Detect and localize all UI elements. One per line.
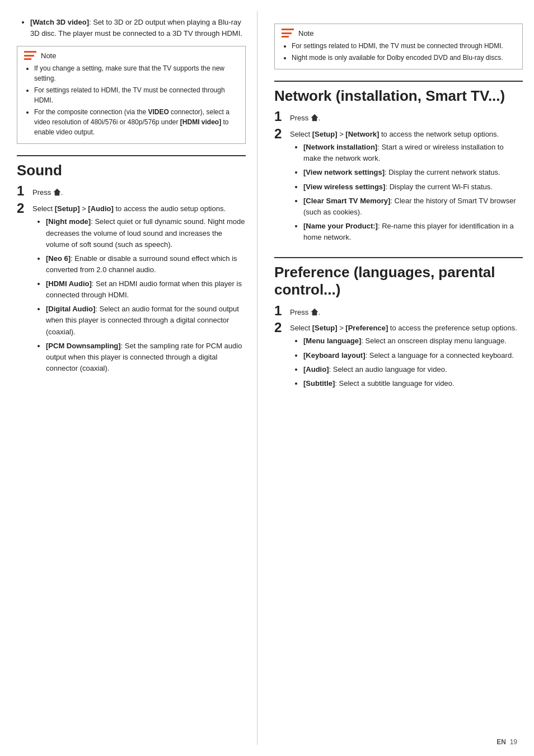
- menu-language-item: [Menu language]: Select an onscreen disp…: [303, 335, 517, 347]
- keyboard-layout-item: [Keyboard layout]: Select a language for…: [303, 350, 517, 361]
- view-wireless-item: [View wireless settings]: Display the cu…: [303, 181, 523, 193]
- home-icon-preference: [311, 308, 318, 316]
- note-item-1-3: For the composite connection (via the VI…: [34, 107, 238, 137]
- preference-step-1-press: Press: [290, 308, 308, 316]
- hdmi-video-bold: [HDMI video]: [180, 118, 221, 126]
- network-step-2-num: 2: [274, 127, 290, 141]
- note-box-2: Note For settings related to HDMI, the T…: [274, 24, 523, 69]
- network-installation-item: [Network installation]: Start a wired or…: [303, 142, 523, 164]
- en-label: EN: [496, 738, 506, 746]
- pcm-item: [PCM Downsampling]: Set the sampling rat…: [46, 340, 246, 374]
- preference-setup-bold: [Setup]: [312, 324, 338, 332]
- audio-bold: [Audio]: [303, 365, 329, 374]
- digital-audio-bold: [Digital Audio]: [46, 305, 95, 313]
- sound-step-2-num: 2: [17, 201, 32, 216]
- clear-smarttv-item: [Clear Smart TV Memory]: Clear the histo…: [303, 195, 523, 218]
- network-network-bold: [Network]: [345, 130, 379, 138]
- network-step-1-num: 1: [274, 109, 290, 124]
- subtitle-item: [Subtitle]: Select a subtitle language f…: [303, 378, 517, 389]
- sound-section-title: Sound: [17, 155, 246, 179]
- audio-item: [Audio]: Select an audio language for vi…: [303, 364, 517, 375]
- network-step-2: 2 Select [Setup] > [Network] to access t…: [274, 127, 523, 246]
- name-product-bold: [Name your Product:]: [303, 222, 378, 230]
- note-label-1: Note: [41, 52, 56, 60]
- night-mode-bold: [Night mode]: [46, 217, 91, 226]
- network-step-1-content: Press .: [290, 109, 320, 124]
- note-item-2-1: For settings related to HDMI, the TV mus…: [292, 41, 516, 51]
- sound-step-1-content: Press .: [32, 184, 63, 198]
- network-step-1-press: Press: [290, 114, 308, 122]
- home-icon-sound: [53, 188, 61, 196]
- sound-setup-bold: [Setup]: [55, 204, 80, 213]
- neo6-bold: [Neo 6]: [46, 254, 71, 263]
- sound-step-2-content: Select [Setup] > [Audio] to access the a…: [32, 201, 246, 377]
- note-label-2: Note: [298, 29, 313, 38]
- sound-step-1-press: Press: [32, 188, 51, 197]
- preference-pref-bold: [Preference]: [345, 324, 388, 332]
- hdmi-audio-item: [HDMI Audio]: Set an HDMI audio format w…: [46, 278, 246, 301]
- network-setup-bold: [Setup]: [312, 130, 338, 138]
- note-box-1: Note If you change a setting, make sure …: [17, 46, 246, 144]
- subtitle-bold: [Subtitle]: [303, 379, 335, 388]
- view-network-item: [View network settings]: Display the cur…: [303, 167, 523, 178]
- note-list-2: For settings related to HDMI, the TV mus…: [282, 41, 516, 63]
- sound-audio-bold: [Audio]: [88, 204, 113, 213]
- sound-step-1: 1 Press .: [17, 184, 246, 198]
- home-icon-network: [311, 114, 318, 122]
- preference-step-2-num: 2: [274, 320, 290, 335]
- note-item-1-1: If you change a setting, make sure that …: [34, 63, 238, 83]
- watch-3d-bold: [Watch 3D video]: [30, 18, 89, 26]
- digital-audio-item: [Digital Audio]: Select an audio format …: [46, 304, 246, 337]
- svg-marker-0: [54, 189, 60, 195]
- preference-step-1-num: 1: [274, 304, 290, 318]
- preference-section-title: Preference (languages, parental control.…: [274, 257, 523, 298]
- sound-step-1-num: 1: [17, 184, 32, 198]
- network-installation-bold: [Network installation]: [303, 143, 377, 151]
- note-icon-2: [282, 29, 294, 38]
- note-header-1: Note: [24, 51, 238, 60]
- page-num-value: 19: [510, 738, 517, 746]
- network-step-2-content: Select [Setup] > [Network] to access the…: [290, 127, 523, 246]
- clear-smarttv-bold: [Clear Smart TV Memory]: [303, 197, 390, 205]
- menu-language-bold: [Menu language]: [303, 337, 361, 345]
- note-list-1: If you change a setting, make sure that …: [24, 63, 238, 137]
- keyboard-layout-bold: [Keyboard layout]: [303, 351, 366, 360]
- video-bold: VIDEO: [148, 108, 168, 116]
- preference-step-2-content: Select [Setup] > [Preference] to access …: [290, 320, 517, 392]
- pcm-bold: [PCM Downsampling]: [46, 342, 121, 350]
- night-mode-item: [Night mode]: Select quiet or full dynam…: [46, 216, 246, 250]
- note-item-2-2: Night mode is only available for Dolby e…: [292, 53, 516, 63]
- network-section-title: Network (installation, Smart TV...): [274, 81, 523, 105]
- view-network-bold: [View network settings]: [303, 168, 385, 176]
- sound-bullet-list: [Night mode]: Select quiet or full dynam…: [32, 216, 246, 374]
- preference-step-2: 2 Select [Setup] > [Preference] to acces…: [274, 320, 523, 392]
- network-step-1: 1 Press .: [274, 109, 523, 124]
- note-header-2: Note: [282, 29, 516, 38]
- preference-bullet-list: [Menu language]: Select an onscreen disp…: [290, 335, 517, 389]
- note-icon-1: [24, 51, 36, 60]
- network-bullet-list: [Network installation]: Start a wired or…: [290, 142, 523, 243]
- view-wireless-bold: [View wireless settings]: [303, 183, 385, 191]
- preference-step-1-content: Press .: [290, 304, 320, 318]
- page-number: EN 19: [496, 738, 517, 746]
- hdmi-audio-bold: [HDMI Audio]: [46, 279, 92, 288]
- svg-marker-1: [311, 114, 318, 121]
- top-bullet-list: [Watch 3D video]: Set to 3D or 2D output…: [17, 17, 246, 39]
- sound-step-2-rest: to access the audio setup options.: [114, 204, 226, 213]
- sound-arrow: >: [80, 204, 88, 213]
- neo6-item: [Neo 6]: Enable or disable a surround so…: [46, 253, 246, 276]
- sound-step-2: 2 Select [Setup] > [Audio] to access the…: [17, 201, 246, 377]
- note-item-1-2: For settings related to HDMI, the TV mus…: [34, 85, 238, 105]
- name-product-item: [Name your Product:]: Re-name this playe…: [303, 221, 523, 243]
- watch-3d-bullet: [Watch 3D video]: Set to 3D or 2D output…: [30, 17, 246, 39]
- svg-marker-2: [311, 309, 318, 315]
- preference-step-1: 1 Press .: [274, 304, 523, 318]
